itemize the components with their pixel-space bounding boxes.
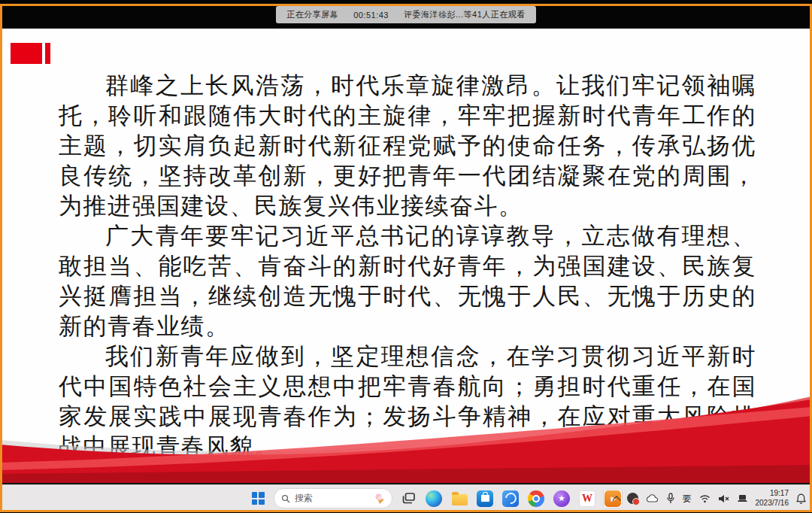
laptop-icon (737, 494, 748, 503)
chevron-up-icon (612, 496, 620, 504)
start-button[interactable] (248, 489, 268, 508)
cloud-tray-button[interactable] (646, 490, 659, 507)
slide-logo-block (11, 43, 42, 64)
microphone-tray-button[interactable] (666, 490, 675, 507)
blue-app-icon (502, 490, 519, 507)
sharing-status-bar: 正在分享屏幕 00:51:43 评委海洋徐彭...等41人正在观看 (0, 0, 812, 29)
ime-label: 要 (683, 494, 692, 503)
task-view-button[interactable] (398, 489, 418, 508)
sharing-duration: 00:51:43 (353, 11, 389, 20)
wifi-tray-button[interactable] (699, 490, 710, 507)
ime-indicator[interactable]: 要 (683, 490, 692, 507)
presentation-slide: 群峰之上长风浩荡，时代乐章旋律激昂。让我们牢记领袖嘱托，聆听和跟随伟大时代的主旋… (0, 29, 812, 485)
microsoft-store-button[interactable] (475, 489, 495, 508)
file-explorer-icon (452, 494, 468, 505)
ice-cream-icon (374, 493, 385, 505)
sharing-status-text: 正在分享屏幕 (286, 9, 338, 20)
sharing-status-pill[interactable]: 正在分享屏幕 00:51:43 评委海洋徐彭...等41人正在观看 (276, 6, 536, 23)
bell-icon (796, 493, 806, 504)
task-view-icon (402, 493, 415, 504)
edge-browser-icon (426, 490, 442, 507)
tray-app-with-badge[interactable] (627, 490, 638, 507)
volume-muted-icon (718, 494, 729, 503)
taskbar-app-icons: 搜索 (248, 485, 623, 511)
slide-paragraph-2: 广大青年要牢记习近平总书记的谆谆教导，立志做有理想、敢担当、能吃苦、肯奋斗的新时… (59, 221, 756, 341)
edge-browser-button[interactable] (424, 489, 444, 508)
shared-desktop: 群峰之上长风浩荡，时代乐章旋律激昂。让我们牢记领袖嘱托，聆听和跟随伟大时代的主旋… (0, 29, 812, 511)
purple-star-app-icon: ★ (553, 490, 570, 507)
red-wave-decoration (0, 389, 812, 483)
microsoft-store-icon (477, 490, 493, 507)
search-icon (281, 494, 290, 503)
notification-center-button[interactable] (796, 490, 806, 507)
chrome-browser-button[interactable] (526, 489, 546, 508)
system-tray: 要 (614, 485, 807, 511)
wifi-icon (699, 494, 710, 503)
slide-logo-bar (45, 43, 50, 64)
taskbar-clock[interactable]: 19:17 2023/7/16 (756, 489, 789, 508)
microphone-icon (666, 493, 675, 504)
wps-letter: W (582, 493, 592, 505)
file-explorer-button[interactable] (450, 489, 469, 508)
wps-office-button[interactable]: W (577, 489, 597, 508)
notification-badge-icon (627, 493, 638, 504)
slide-paragraph-1: 群峰之上长风浩荡，时代乐章旋律激昂。让我们牢记领袖嘱托，聆听和跟随伟大时代的主旋… (59, 71, 756, 221)
cloud-icon (646, 494, 659, 502)
volume-tray-button[interactable] (718, 490, 729, 507)
blue-app-button[interactable] (501, 489, 520, 508)
windows-logo-icon (252, 492, 265, 505)
search-input[interactable]: 搜索 (274, 488, 392, 508)
wps-office-icon: W (579, 490, 595, 507)
star-glyph: ★ (558, 493, 565, 503)
clock-time: 19:17 (756, 489, 789, 499)
windows-taskbar: 搜索 (0, 484, 812, 511)
clock-date: 2023/7/16 (756, 499, 789, 508)
device-tray-button[interactable] (737, 490, 748, 507)
hidden-icons-button[interactable] (614, 490, 620, 507)
chrome-browser-icon (528, 490, 544, 507)
search-placeholder: 搜索 (295, 492, 313, 505)
sharing-viewers: 评委海洋徐彭...等41人正在观看 (404, 9, 526, 20)
purple-star-app-button[interactable]: ★ (552, 489, 571, 508)
